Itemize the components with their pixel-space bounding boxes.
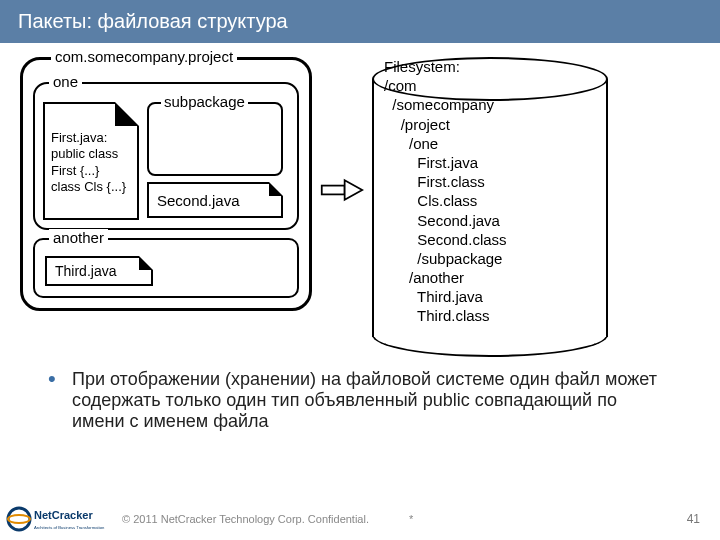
third-java-text: Third.java bbox=[55, 263, 116, 279]
filesystem-tree-text: Filesystem: /com /somecompany /project /… bbox=[384, 57, 507, 326]
svg-text:Architects of Business Transfo: Architects of Business Transformation bbox=[34, 525, 105, 530]
package-root-box: com.somecompany.project one First.java: … bbox=[20, 57, 312, 311]
dogear-icon bbox=[115, 102, 139, 126]
package-another-label: another bbox=[49, 229, 108, 246]
copyright-text: © 2011 NetCracker Technology Corp. Confi… bbox=[122, 513, 369, 525]
svg-point-3 bbox=[8, 515, 30, 523]
bullet-dot-icon: • bbox=[48, 369, 56, 389]
netcracker-logo: NetCracker Architects of Business Transf… bbox=[6, 504, 116, 534]
svg-point-2 bbox=[8, 508, 30, 530]
dogear-icon bbox=[269, 182, 283, 196]
subpackage-label: subpackage bbox=[161, 93, 248, 110]
second-java-text: Second.java bbox=[157, 192, 240, 209]
package-another-box: another Third.java bbox=[33, 238, 299, 298]
slide-title: Пакеты: файловая структура bbox=[18, 10, 288, 32]
dogear-icon bbox=[139, 256, 153, 270]
package-root-label: com.somecompany.project bbox=[51, 48, 237, 65]
diagram-row: com.somecompany.project one First.java: … bbox=[20, 57, 700, 357]
first-java-file: First.java: public class First {...} cla… bbox=[43, 102, 139, 220]
slide-footer: NetCracker Architects of Business Transf… bbox=[0, 504, 720, 534]
svg-text:NetCracker: NetCracker bbox=[34, 509, 93, 521]
page-number: 41 bbox=[687, 512, 700, 526]
third-java-file: Third.java bbox=[45, 256, 153, 286]
bullet-list: • При отображении (хранении) на файловой… bbox=[20, 357, 700, 432]
slide-header: Пакеты: файловая структура bbox=[0, 0, 720, 43]
slide-content: com.somecompany.project one First.java: … bbox=[0, 43, 720, 432]
arrow-icon bbox=[320, 175, 364, 209]
first-java-text: First.java: public class First {...} cla… bbox=[51, 130, 131, 195]
package-one-box: one First.java: public class First {...}… bbox=[33, 82, 299, 230]
package-one-label: one bbox=[49, 73, 82, 90]
bullet-text: При отображении (хранении) на файловой с… bbox=[72, 369, 657, 431]
svg-marker-1 bbox=[345, 180, 363, 199]
svg-rect-0 bbox=[322, 186, 345, 195]
second-java-file: Second.java bbox=[147, 182, 283, 218]
subpackage-box: subpackage bbox=[147, 102, 283, 176]
filesystem-cylinder: Filesystem: /com /somecompany /project /… bbox=[372, 57, 608, 357]
footer-asterisk: * bbox=[409, 513, 413, 525]
